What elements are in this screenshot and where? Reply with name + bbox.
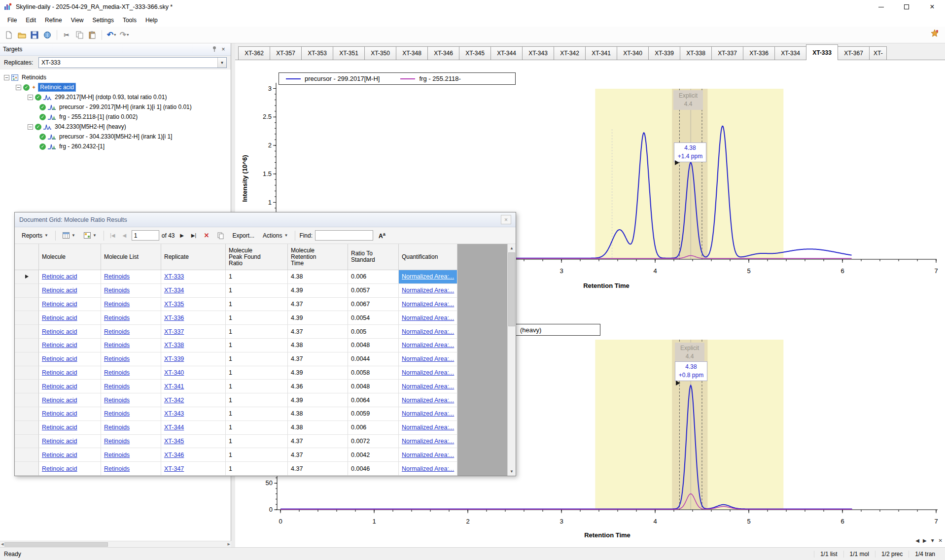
new-document-button[interactable]	[3, 29, 15, 41]
page-number-input[interactable]	[132, 230, 159, 241]
row-selector[interactable]	[15, 421, 39, 435]
grid-cell[interactable]: Retinoic acid	[39, 270, 101, 284]
grid-cell[interactable]: Retinoids	[101, 462, 161, 476]
copy-button[interactable]	[73, 29, 85, 41]
next-page-button[interactable]: ▶	[177, 233, 187, 238]
replicate-tab[interactable]: XT-344	[490, 46, 523, 60]
font-size-button[interactable]: Aa	[376, 230, 388, 241]
tree-item[interactable]: ✓precursor - 299.2017[M-H] (irank 1)[i 1…	[0, 102, 231, 112]
row-selector[interactable]	[15, 462, 39, 476]
table-row[interactable]: Retinoic acidRetinoidsXT-34114.360.0048N…	[15, 380, 516, 393]
grid-cell[interactable]: Retinoic acid	[39, 298, 101, 312]
grid-cell[interactable]: Retinoic acid	[39, 325, 101, 339]
grid-cell[interactable]: Retinoids	[101, 270, 161, 284]
grid-cell[interactable]: Retinoic acid	[39, 311, 101, 325]
tree-item[interactable]: –Retinoids	[0, 72, 231, 82]
find-input[interactable]	[315, 230, 373, 241]
tree-item[interactable]: ✓frg - 260.2432-[1]	[0, 141, 231, 151]
grid-cell[interactable]: Normalized Area:...	[399, 435, 457, 449]
grid-cell[interactable]: Retinoids	[101, 284, 161, 298]
grid-cell[interactable]: Normalized Area:...	[399, 448, 457, 462]
grid-cell[interactable]: XT-336	[161, 311, 226, 325]
grid-cell[interactable]: Retinoic acid	[39, 462, 101, 476]
cut-button[interactable]: ✂	[61, 29, 72, 41]
table-row[interactable]: Retinoic acidRetinoidsXT-34014.390.0058N…	[15, 366, 516, 380]
grid-cell[interactable]: Retinoic acid	[39, 393, 101, 407]
grid-cell[interactable]: Normalized Area:...	[399, 380, 457, 393]
close-icon[interactable]: ×	[501, 215, 511, 224]
last-page-button[interactable]: ▶|	[189, 233, 199, 238]
column-header[interactable]: Molecule Retention Time	[288, 244, 348, 270]
grid-cell[interactable]: Retinoids	[101, 421, 161, 435]
menu-refine[interactable]: Refine	[40, 15, 67, 26]
grid-cell[interactable]: Normalized Area:...	[399, 393, 457, 407]
row-selector[interactable]	[15, 339, 39, 352]
grid-cell[interactable]: XT-343	[161, 407, 226, 421]
grid-cell[interactable]: XT-345	[161, 435, 226, 449]
column-header[interactable]: Molecule List	[101, 244, 161, 270]
grid-cell[interactable]: XT-341	[161, 380, 226, 393]
replicate-tab[interactable]: XT-334	[774, 46, 806, 60]
scroll-down-icon[interactable]: ▼	[508, 467, 516, 476]
grid-cell[interactable]: Normalized Area:...	[399, 270, 457, 284]
grid-cell[interactable]: Retinoic acid	[39, 380, 101, 393]
tree-item[interactable]: ✓frg - 255.2118-[1] (ratio 0.002)	[0, 112, 231, 122]
row-selector[interactable]	[15, 352, 39, 366]
menu-help[interactable]: Help	[141, 15, 162, 26]
row-selector[interactable]	[15, 393, 39, 407]
export-button[interactable]: Export...	[229, 231, 257, 241]
close-panel-button[interactable]: ×	[219, 46, 228, 53]
table-row[interactable]: Retinoic acidRetinoidsXT-33514.370.0067N…	[15, 298, 516, 312]
minimize-button[interactable]	[868, 0, 894, 14]
tree-item[interactable]: –✓304.2330[M5H2-H] (heavy)	[0, 122, 231, 132]
grid-cell[interactable]: Normalized Area:...	[399, 298, 457, 312]
menu-tools[interactable]: Tools	[118, 15, 141, 26]
replicate-tab[interactable]: XT-362	[238, 46, 270, 60]
grid-cell[interactable]: Retinoids	[101, 325, 161, 339]
column-header[interactable]: Ratio To Standard	[348, 244, 399, 270]
replicate-tab[interactable]: XT-367	[838, 46, 870, 60]
grid-cell[interactable]: Retinoic acid	[39, 421, 101, 435]
undo-button[interactable]: ↶▾	[105, 29, 117, 41]
table-row[interactable]: Retinoic acidRetinoidsXT-34614.370.0042N…	[15, 448, 516, 462]
pin-icon[interactable]	[210, 46, 219, 53]
grid-cell[interactable]: Retinoids	[101, 298, 161, 312]
grid-cell[interactable]: Retinoids	[101, 339, 161, 352]
table-row[interactable]: Retinoic acidRetinoidsXT-33314.380.006No…	[15, 270, 516, 284]
row-selector[interactable]	[15, 284, 39, 298]
expander-icon[interactable]: –	[28, 95, 33, 100]
chevron-down-icon[interactable]: ▾	[127, 33, 129, 37]
grid-cell[interactable]: Normalized Area:...	[399, 339, 457, 352]
scrollbar-thumb[interactable]	[508, 252, 515, 326]
prev-page-button[interactable]: ◀	[120, 233, 129, 238]
replicate-tab[interactable]: XT-340	[617, 46, 649, 60]
grid-cell[interactable]: Retinoids	[101, 311, 161, 325]
first-page-button[interactable]: |◀	[108, 233, 117, 238]
table-row[interactable]: Retinoic acidRetinoidsXT-34514.370.0072N…	[15, 435, 516, 449]
column-header[interactable]: Molecule	[39, 244, 101, 270]
redo-button[interactable]: ↷▾	[118, 29, 130, 41]
grid-cell[interactable]: XT-346	[161, 448, 226, 462]
replicate-tab[interactable]: XT-348	[396, 46, 428, 60]
table-row[interactable]: Retinoic acidRetinoidsXT-33914.370.0044N…	[15, 352, 516, 366]
tree-item[interactable]: –✓✦Retinoic acid	[0, 82, 231, 92]
replicate-tab[interactable]: XT-345	[459, 46, 491, 60]
grid-cell[interactable]: XT-344	[161, 421, 226, 435]
row-selector[interactable]	[15, 435, 39, 449]
grid-cell[interactable]: Retinoic acid	[39, 339, 101, 352]
menu-edit[interactable]: Edit	[21, 15, 40, 26]
maximize-button[interactable]	[894, 0, 919, 14]
table-row[interactable]: Retinoic acidRetinoidsXT-34714.370.0046N…	[15, 462, 516, 476]
grid-cell[interactable]: XT-337	[161, 325, 226, 339]
grid-cell[interactable]: XT-335	[161, 298, 226, 312]
replicate-tab[interactable]: XT-333	[806, 44, 838, 60]
menu-view[interactable]: View	[67, 15, 88, 26]
close-button[interactable]: ×	[919, 0, 945, 14]
replicate-tab[interactable]: XT-351	[333, 46, 365, 60]
open-button[interactable]	[16, 29, 28, 41]
row-selector[interactable]	[15, 311, 39, 325]
table-row[interactable]: Retinoic acidRetinoidsXT-33814.380.0048N…	[15, 339, 516, 352]
scroll-up-icon[interactable]: ▲	[508, 244, 516, 252]
document-grid-titlebar[interactable]: Document Grid: Molecule Ratio Results ×	[15, 212, 516, 227]
grid-cell[interactable]: Normalized Area:...	[399, 352, 457, 366]
